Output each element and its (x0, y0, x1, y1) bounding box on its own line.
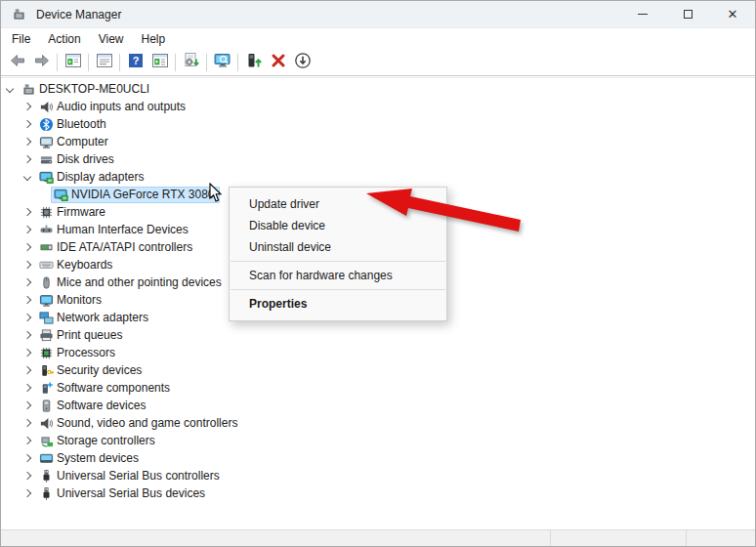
tree-item-label: System devices (57, 451, 139, 465)
tree-item-label: NVIDIA GeForce RTX 3080 (71, 188, 215, 201)
tree-item[interactable]: DESKTOP-ME0UCLI (1, 80, 755, 98)
menubar: FileActionViewHelp (1, 28, 755, 49)
svg-text:?: ? (132, 55, 139, 66)
back-button[interactable] (5, 51, 29, 73)
chevron-right-icon[interactable] (21, 487, 33, 499)
menu-file[interactable]: File (3, 30, 39, 48)
chevron-right-icon[interactable] (21, 101, 33, 112)
chevron-right-icon[interactable] (21, 417, 33, 429)
disk-icon (39, 152, 54, 167)
tree-item[interactable]: Sound, video and game controllers (1, 414, 755, 432)
tree-item-label: Network adapters (57, 311, 148, 324)
processor-icon (39, 346, 54, 360)
chevron-right-icon[interactable] (21, 136, 33, 147)
toolbar-separator (57, 54, 58, 71)
chevron-right-icon[interactable] (21, 259, 33, 271)
chevron-down-icon[interactable] (4, 83, 16, 95)
chevron-right-icon[interactable] (21, 470, 33, 482)
chevron-right-icon[interactable] (21, 400, 33, 411)
chevron-right-icon[interactable] (21, 294, 33, 306)
statusbar-section (686, 530, 755, 546)
tree-item[interactable]: Software components (1, 379, 755, 397)
chevron-right-icon[interactable] (21, 329, 33, 341)
chevron-right-icon[interactable] (21, 118, 33, 130)
chevron-right-icon[interactable] (21, 206, 33, 218)
selected-tree-item[interactable]: NVIDIA GeForce RTX 3080 (51, 187, 220, 203)
scan-hardware-button[interactable] (179, 51, 203, 73)
minimize-button[interactable] (620, 1, 665, 27)
statusbar-section (550, 530, 686, 546)
properties-pane-icon (96, 52, 113, 73)
window-controls: ✕ (620, 1, 755, 27)
remote-monitor-button[interactable] (210, 51, 234, 73)
tree-item[interactable]: Universal Serial Bus controllers (1, 467, 755, 484)
menu-view[interactable]: View (90, 30, 133, 48)
usb-icon (39, 486, 54, 501)
toolbar-separator (175, 54, 176, 71)
tree-item[interactable]: Print queues (1, 326, 755, 344)
tree-item[interactable]: Disk drives (1, 150, 755, 168)
tree-item-label: Universal Serial Bus devices (57, 486, 205, 500)
printer-icon (39, 328, 54, 343)
chevron-right-icon[interactable] (21, 435, 33, 446)
forward-button[interactable] (29, 51, 54, 73)
context-menu-item-properties[interactable]: Properties (230, 293, 446, 315)
tree-item[interactable]: Audio inputs and outputs (1, 98, 755, 115)
computer-root-icon (21, 82, 36, 97)
chevron-down-icon[interactable] (21, 171, 33, 183)
tree-item[interactable]: Universal Serial Bus devices (1, 484, 755, 502)
tree-item[interactable]: Security devices (1, 361, 755, 379)
tree-item-label: Monitors (57, 293, 102, 307)
toolbar-separator (237, 54, 238, 71)
close-button[interactable]: ✕ (710, 1, 755, 27)
action-pane-icon (151, 52, 169, 73)
tree-item-label: Audio inputs and outputs (57, 100, 186, 113)
context-menu-item-scan-for-hardware-changes[interactable]: Scan for hardware changes (230, 265, 446, 286)
disable-button[interactable] (290, 51, 315, 73)
help-button[interactable]: ? (123, 51, 147, 73)
tree-item-label: Storage controllers (57, 434, 155, 447)
display-adapter-icon (54, 188, 68, 202)
chevron-right-icon[interactable] (21, 347, 33, 358)
chevron-right-icon[interactable] (21, 224, 33, 235)
update-driver-button[interactable] (241, 51, 266, 73)
tree-item[interactable]: Bluetooth (1, 115, 755, 133)
device-manager-app-icon (11, 7, 26, 22)
chevron-right-icon[interactable] (21, 153, 33, 165)
chevron-right-icon[interactable] (21, 241, 33, 253)
action-pane-button[interactable] (147, 51, 172, 73)
properties-pane-button[interactable] (92, 51, 116, 73)
keyboard-icon (39, 258, 54, 273)
tree-item-label: Processors (57, 346, 115, 359)
tree-item[interactable]: Processors (1, 344, 755, 361)
chevron-right-icon[interactable] (21, 276, 33, 288)
tree-item[interactable]: Computer (1, 133, 755, 150)
toolbar-separator (119, 54, 120, 71)
menu-action[interactable]: Action (39, 30, 89, 48)
tree-item-label: Print queues (57, 328, 122, 342)
toolbar-separator (88, 54, 89, 71)
menu-help[interactable]: Help (133, 30, 175, 48)
chevron-right-icon[interactable] (21, 382, 33, 394)
tree-item-label: Software devices (57, 399, 146, 412)
ide-icon (39, 240, 54, 255)
statusbar-section (1, 530, 550, 546)
chevron-right-icon[interactable] (21, 364, 33, 376)
uninstall-button[interactable] (266, 51, 290, 73)
context-menu-separator (231, 261, 445, 262)
tree-item[interactable]: Software devices (1, 397, 755, 414)
tree-item-label: Display adapters (57, 170, 144, 184)
titlebar: Device Manager ✕ (1, 1, 755, 28)
console-tree-button[interactable] (61, 51, 85, 73)
display-adapter-icon (39, 170, 54, 185)
maximize-button[interactable] (665, 1, 710, 27)
toolbar: ? (1, 49, 755, 75)
tree-item[interactable]: Storage controllers (1, 432, 755, 449)
chevron-right-icon[interactable] (21, 312, 33, 323)
tree-item[interactable]: System devices (1, 449, 755, 467)
tree-item-label: Software components (57, 381, 170, 395)
forward-icon (33, 52, 51, 73)
remote-monitor-icon (214, 52, 231, 73)
chevron-right-icon[interactable] (21, 452, 33, 464)
context-menu-separator (231, 289, 445, 290)
